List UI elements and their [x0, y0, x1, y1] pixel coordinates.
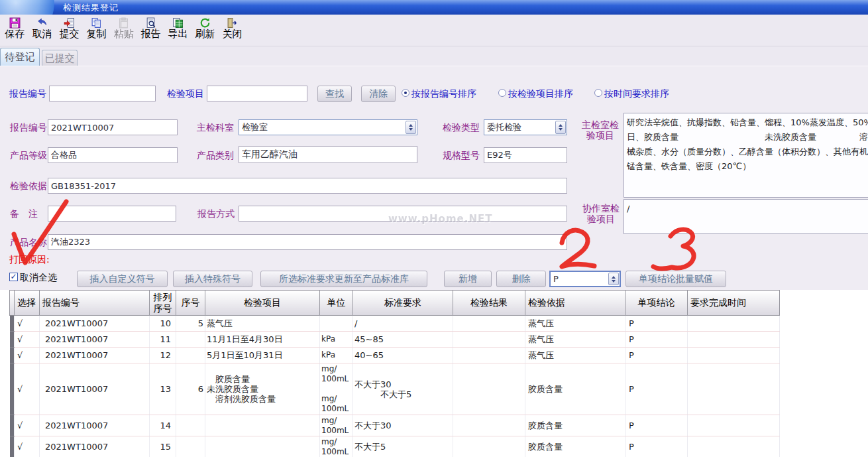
- row-gutter[interactable]: [10, 348, 15, 363]
- cell-sort-no: 12: [150, 348, 176, 363]
- dropdown-spinner-icon[interactable]: [406, 121, 416, 134]
- refresh-button[interactable]: 刷新: [191, 17, 219, 44]
- submit-button[interactable]: 提交: [56, 17, 83, 44]
- toolbar: 保存 取消 提交 复制 粘贴 报告 导出 刷新: [0, 15, 868, 46]
- delete-button[interactable]: 删除: [496, 271, 546, 287]
- spec-field[interactable]: [484, 147, 567, 163]
- cell-basis: 胶质含量: [525, 363, 625, 415]
- radio-sort-by-time-label[interactable]: 按时间要求排序: [604, 88, 669, 100]
- uncheck-all-label[interactable]: 取消全选: [20, 272, 57, 284]
- table-row: √2021WT1000715mg/ 100mL不大于5胶质含量P: [10, 436, 780, 457]
- remark-label: 备 注: [10, 208, 38, 220]
- insert-custom-symbol-button[interactable]: 插入自定义符号: [77, 271, 168, 287]
- results-table-zone: 选择 报告编号 排列 序号 序号 检验项目 单位 标准要求 检验结果 检验依据 …: [0, 290, 868, 457]
- spec-label: 规格型号: [443, 150, 480, 162]
- report-no-search-input[interactable]: [49, 86, 156, 101]
- cell-test-item: 11月1日至4月30日: [205, 332, 320, 348]
- cell-standard: 不大于30: [353, 415, 453, 436]
- main-dept-select[interactable]: 检验室: [239, 119, 417, 135]
- find-button[interactable]: 查找: [317, 86, 352, 102]
- update-standard-button[interactable]: 所选标准要求更新至产品标准库: [260, 271, 427, 287]
- cell-unit: [320, 316, 353, 332]
- conclusion-select[interactable]: P: [549, 271, 621, 287]
- cell-report-no: 2021WT10007: [40, 332, 150, 348]
- batch-assign-button[interactable]: 单项结论批量赋值: [625, 271, 726, 287]
- header-test-item[interactable]: 检验项目: [205, 291, 320, 316]
- main-items-label: 主检室检 验项目: [580, 119, 621, 141]
- uncheck-all-checkbox[interactable]: ✓: [9, 273, 18, 281]
- cell-unit: kPa: [320, 332, 353, 348]
- test-item-search-input[interactable]: [207, 86, 307, 101]
- table-row: √2021WT1000714mg/ 100mL不大于30胶质含量P: [10, 415, 780, 436]
- clear-button[interactable]: 清除: [361, 86, 396, 102]
- add-button[interactable]: 新增: [444, 271, 492, 287]
- category-field[interactable]: [239, 146, 417, 163]
- header-seq-no[interactable]: 序号: [176, 291, 205, 316]
- cell-select[interactable]: √: [15, 348, 40, 363]
- cell-result: [453, 363, 525, 415]
- radio-sort-by-item[interactable]: [498, 89, 506, 97]
- report-button[interactable]: 报告: [137, 17, 164, 44]
- coop-items-textarea[interactable]: /: [624, 199, 868, 234]
- radio-sort-by-time[interactable]: [594, 89, 602, 97]
- radio-sort-by-report-no[interactable]: [402, 89, 409, 97]
- header-report-no[interactable]: 报告编号: [40, 291, 150, 316]
- basis-field[interactable]: [48, 178, 567, 194]
- export-button[interactable]: 导出: [164, 17, 191, 44]
- header-due-time[interactable]: 要求完成时间: [688, 291, 780, 316]
- cell-select[interactable]: √: [15, 363, 40, 415]
- header-select[interactable]: 选择: [15, 291, 40, 316]
- row-gutter[interactable]: [10, 415, 15, 436]
- cell-due-time: [688, 348, 780, 363]
- cell-conclusion: P: [625, 436, 688, 457]
- undo-button[interactable]: 取消: [28, 17, 56, 44]
- header-standard[interactable]: 标准要求: [353, 291, 453, 316]
- radio-sort-by-report-no-label[interactable]: 按报告编号排序: [411, 88, 476, 100]
- cell-select[interactable]: √: [15, 415, 40, 436]
- row-gutter[interactable]: [10, 436, 15, 457]
- search-report-no-label: 报告编号: [9, 88, 46, 100]
- row-gutter[interactable]: [10, 363, 15, 415]
- tab-pending[interactable]: 待登记: [0, 48, 40, 66]
- grade-field[interactable]: [48, 147, 178, 163]
- cell-select[interactable]: √: [15, 316, 40, 332]
- cell-unit: kPa: [320, 348, 353, 363]
- row-gutter[interactable]: [10, 332, 15, 348]
- cell-seq-no: [176, 415, 205, 436]
- header-result[interactable]: 检验结果: [453, 291, 525, 316]
- row-gutter[interactable]: [10, 316, 15, 332]
- header-basis[interactable]: 检验依据: [525, 291, 625, 316]
- results-table: 选择 报告编号 排列 序号 序号 检验项目 单位 标准要求 检验结果 检验依据 …: [9, 290, 780, 457]
- header-sort-no[interactable]: 排列 序号: [150, 291, 176, 316]
- table-row: √2021WT10007136 胶质含量 未洗胶质含量 溶剂洗胶质含量mg/ 1…: [10, 363, 780, 415]
- header-unit[interactable]: 单位: [320, 291, 353, 316]
- remark-field[interactable]: [48, 206, 176, 222]
- header-conclusion[interactable]: 单项结论: [625, 291, 688, 316]
- cell-select[interactable]: √: [15, 332, 40, 348]
- cell-basis: 蒸气压: [525, 316, 625, 332]
- cell-seq-no: [176, 348, 205, 363]
- close-button[interactable]: 关闭: [219, 17, 246, 44]
- cell-select[interactable]: √: [15, 436, 40, 457]
- insert-special-symbol-button[interactable]: 插入特殊符号: [173, 271, 252, 287]
- copy-icon: [91, 17, 102, 29]
- cell-conclusion: P: [625, 415, 688, 436]
- test-type-select[interactable]: 委托检验: [484, 119, 567, 135]
- save-button[interactable]: 保存: [1, 17, 28, 44]
- dropdown-spinner-icon[interactable]: [555, 121, 566, 134]
- report-no-field[interactable]: [48, 119, 178, 135]
- copy-button[interactable]: 复制: [83, 17, 110, 44]
- dropdown-spinner-icon[interactable]: [608, 273, 619, 285]
- cell-report-no: 2021WT10007: [40, 436, 150, 457]
- basis-label: 检验依据: [10, 180, 47, 192]
- radio-sort-by-item-label[interactable]: 按检验项目排序: [508, 88, 573, 100]
- tab-submitted[interactable]: 已提交: [42, 50, 78, 66]
- main-items-textarea[interactable]: 研究法辛烷值、抗爆指数、铅含量、馏程、10%蒸发温度、50%蒸 日、胶质含量 未…: [624, 113, 868, 198]
- coop-items-label: 协作室检 验项目: [581, 203, 621, 224]
- cell-standard: 不大于30 不大于5: [353, 363, 453, 415]
- cell-unit: mg/ 100mL: [320, 436, 353, 457]
- cell-report-no: 2021WT10007: [40, 363, 150, 415]
- product-name-field[interactable]: [48, 234, 567, 250]
- report-icon: [145, 17, 156, 29]
- cell-seq-no: 5: [176, 316, 205, 332]
